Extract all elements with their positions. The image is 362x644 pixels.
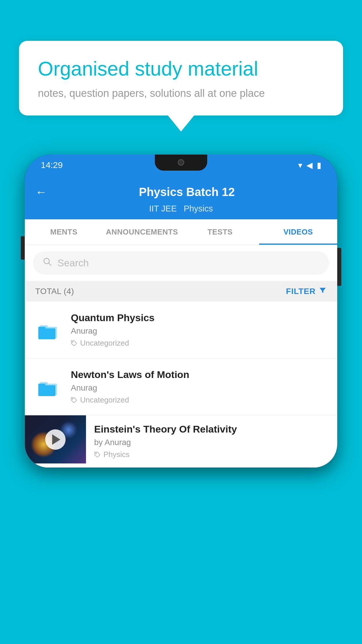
video-tag-label: Physics: [103, 450, 130, 459]
signal-icon: ◀: [306, 160, 313, 170]
tab-tests[interactable]: TESTS: [181, 219, 259, 245]
video-info: Einstein's Theory Of Relativity by Anura…: [86, 415, 337, 467]
filter-funnel-icon: [319, 286, 327, 296]
back-button[interactable]: ←: [35, 186, 47, 199]
status-icons: ▾ ◀ ▮: [298, 160, 321, 170]
filter-label: FILTER: [286, 287, 316, 296]
item-icon-folder: [35, 317, 61, 343]
list-container: Quantum Physics Anurag Uncategorized: [25, 302, 337, 468]
item-info-2: Newton's Laws of Motion Anurag Uncategor…: [71, 369, 327, 405]
phone-wrapper: 14:29 ▾ ◀ ▮ ← Physics Batch 12 IIT JEE P…: [25, 155, 337, 644]
filter-button[interactable]: FILTER: [286, 286, 327, 296]
app-header-tags: IIT JEE Physics: [25, 204, 337, 219]
item-info: Quantum Physics Anurag Uncategorized: [71, 312, 327, 348]
app-header-title: Physics Batch 12: [47, 186, 327, 199]
video-list-item[interactable]: Einstein's Theory Of Relativity by Anura…: [25, 415, 337, 468]
svg-point-6: [72, 342, 73, 342]
tab-videos[interactable]: VIDEOS: [259, 219, 337, 245]
item-title: Quantum Physics: [71, 312, 327, 323]
search-bar-wrapper: Search: [25, 245, 337, 281]
svg-rect-9: [38, 385, 55, 396]
item-title-2: Newton's Laws of Motion: [71, 369, 327, 380]
play-button[interactable]: [45, 429, 66, 450]
speech-bubble-tail: [168, 116, 194, 132]
search-bar[interactable]: Search: [33, 251, 329, 274]
notch: [155, 155, 207, 171]
video-tag: Physics: [94, 450, 329, 459]
speech-bubble: Organised study material notes, question…: [19, 41, 343, 116]
video-author: by Anurag: [94, 438, 329, 447]
phone-side-button-right: [337, 248, 341, 286]
item-tag-label-2: Uncategorized: [80, 396, 129, 405]
speech-bubble-subtitle: notes, question papers, solutions all at…: [38, 87, 324, 99]
phone-frame: 14:29 ▾ ◀ ▮ ← Physics Batch 12 IIT JEE P…: [25, 155, 337, 468]
video-thumbnail: [25, 415, 86, 463]
speech-bubble-title: Organised study material: [38, 57, 324, 81]
app-header-top: ← Physics Batch 12: [25, 181, 337, 204]
speech-bubble-wrapper: Organised study material notes, question…: [19, 41, 343, 132]
search-placeholder: Search: [57, 257, 89, 269]
svg-point-11: [72, 398, 73, 399]
svg-rect-5: [38, 327, 45, 329]
status-bar: 14:29 ▾ ◀ ▮: [25, 155, 337, 176]
play-triangle-icon: [52, 434, 60, 445]
total-count: TOTAL (4): [35, 287, 74, 296]
tab-announcements[interactable]: ANNOUNCEMENTS: [103, 219, 181, 245]
app-header-tag-iitjee: IIT JEE: [149, 204, 177, 214]
item-icon-folder-2: [35, 374, 61, 400]
item-author-2: Anurag: [71, 383, 327, 393]
svg-rect-10: [38, 384, 45, 386]
tabs: MENTS ANNOUNCEMENTS TESTS VIDEOS: [25, 219, 337, 245]
list-item[interactable]: Quantum Physics Anurag Uncategorized: [25, 302, 337, 358]
search-icon: [42, 257, 52, 269]
svg-line-1: [49, 263, 51, 265]
app-header-tag-physics: Physics: [184, 204, 213, 214]
video-title: Einstein's Theory Of Relativity: [94, 424, 329, 435]
item-author: Anurag: [71, 326, 327, 336]
filter-bar: TOTAL (4) FILTER: [25, 281, 337, 302]
svg-point-12: [96, 453, 96, 454]
list-item[interactable]: Newton's Laws of Motion Anurag Uncategor…: [25, 358, 337, 415]
item-tag-label: Uncategorized: [80, 339, 129, 348]
app-header: ← Physics Batch 12 IIT JEE Physics: [25, 176, 337, 219]
tab-ments[interactable]: MENTS: [25, 219, 103, 245]
svg-rect-4: [38, 328, 55, 339]
item-tag-2: Uncategorized: [71, 396, 327, 405]
phone-side-button-left: [21, 236, 25, 260]
status-time: 14:29: [41, 160, 63, 170]
wifi-icon: ▾: [298, 160, 302, 170]
item-tag: Uncategorized: [71, 339, 327, 348]
battery-icon: ▮: [317, 160, 321, 170]
camera-dot: [178, 159, 184, 166]
